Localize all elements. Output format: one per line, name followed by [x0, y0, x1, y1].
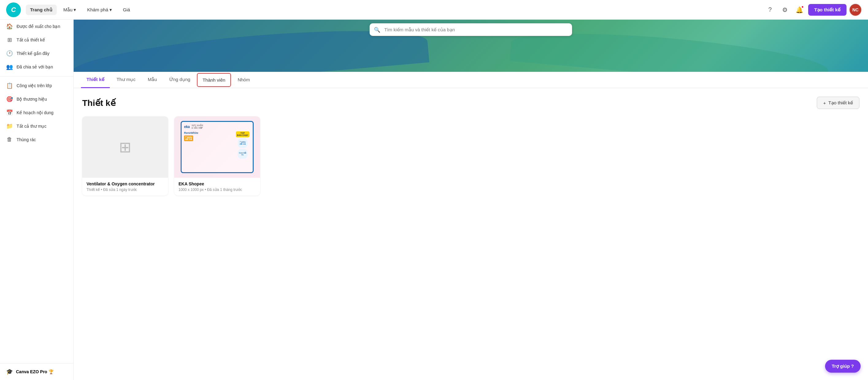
eka-badge: 7 ngàyđổi trả: [184, 135, 193, 141]
graduation-icon: 🎓: [6, 368, 13, 375]
tab-mau[interactable]: Mẫu: [142, 72, 162, 88]
brand-icon: 🎯: [6, 96, 13, 103]
eka-right: TOPBÁN CHẠY 7 ngàyđổi trả Cam kếtCL: [235, 131, 250, 170]
tab-thu-muc[interactable]: Thư mục: [111, 72, 141, 88]
tab-nhom[interactable]: Nhóm: [232, 72, 255, 88]
tab-ung-dung[interactable]: Ứng dụng: [164, 72, 196, 88]
grid-icon: ⊞: [6, 36, 13, 43]
plus-icon: +: [823, 100, 826, 106]
eka-top-badge: TOPBÁN CHẠY: [236, 131, 250, 137]
design-card-2[interactable]: eka SỨC KHỎE& SẮC ĐẸP ReneWhite 7 ngàyđổ…: [174, 116, 260, 196]
eka-left: ReneWhite 7 ngàyđổi trả: [184, 131, 233, 170]
create-design-secondary-button[interactable]: + Tạo thiết kế: [817, 97, 860, 109]
eka-badge-row: 7 ngàyđổi trả: [184, 135, 233, 141]
card-info-2: EKA Shopee 1000 x 1000 px • Đã sửa 1 thá…: [174, 178, 260, 196]
tab-thanh-vien[interactable]: Thành viên: [197, 73, 231, 87]
home-icon: 🏠: [6, 23, 13, 30]
notification-dot: [801, 5, 804, 8]
card-thumb-1: ⊞: [82, 116, 168, 178]
eka-logo-text: eka: [184, 125, 190, 129]
sidebar-item-all-folders[interactable]: 📁 Tất cả thư mục: [0, 119, 73, 133]
help-icon-button[interactable]: ?: [764, 4, 776, 16]
sidebar-item-content-plan[interactable]: 📅 Kế hoạch nội dung: [0, 106, 73, 119]
card-title-2: EKA Shopee: [179, 181, 256, 186]
design-card-1[interactable]: ⊞ Ventilator & Oxygen concentrator Thiết…: [82, 116, 168, 196]
avatar[interactable]: NC: [849, 3, 862, 16]
chevron-down-icon: ▾: [110, 7, 112, 12]
eka-thumbnail: eka SỨC KHỎE& SẮC ĐẸP ReneWhite 7 ngàyđổ…: [174, 116, 260, 178]
trash-icon: 🗑: [6, 136, 13, 143]
grid-placeholder-icon: ⊞: [119, 139, 131, 156]
clipboard-icon: 📋: [6, 82, 13, 89]
sidebar-item-brand[interactable]: 🎯 Bộ thương hiệu: [0, 92, 73, 106]
hero-banner: 🔍: [73, 20, 868, 72]
cards-grid: ⊞ Ventilator & Oxygen concentrator Thiết…: [82, 116, 860, 196]
sidebar-item-all-designs[interactable]: ⊞ Tất cả thiết kế: [0, 33, 73, 47]
content-body: Thiết kế + Tạo thiết kế ⊞ Ventilator & O…: [73, 88, 868, 196]
avatar-text: NC: [852, 7, 859, 12]
canva-logo[interactable]: C: [6, 2, 21, 17]
card-meta-2: 1000 x 1000 px • Đã sửa 1 tháng trước: [179, 187, 256, 192]
eka-product-name: ReneWhite: [184, 131, 233, 135]
tabs-row: Thiết kế Thư mục Mẫu Ứng dụng Thành viên…: [73, 72, 868, 88]
card-title-1: Ventilator & Oxygen concentrator: [87, 181, 164, 186]
nav-home[interactable]: Trang chủ: [26, 5, 57, 15]
nav-gia[interactable]: Giá: [119, 5, 134, 15]
eka-inner-card: eka SỨC KHỎE& SẮC ĐẸP ReneWhite 7 ngàyđổ…: [181, 121, 254, 173]
sidebar-item-shared[interactable]: 👥 Đã chia sẻ với bạn: [0, 60, 73, 74]
section-title: Thiết kế: [82, 98, 116, 108]
eka-feature-badge: 7 ngàyđổi trả: [238, 138, 248, 148]
clock-icon: 🕐: [6, 50, 13, 57]
gear-icon: ⚙: [782, 6, 788, 13]
eka-subtitle: SỨC KHỎE& SẮC ĐẸP: [192, 124, 203, 129]
eka-guarantee-badge: Cam kếtCL: [238, 149, 248, 159]
card-info-1: Ventilator & Oxygen concentrator Thiết k…: [82, 178, 168, 196]
sidebar-footer-pro[interactable]: 🎓 Canva EZO Pro 🏆: [0, 363, 73, 380]
question-mark-icon: ?: [768, 6, 772, 13]
create-btn-label: Tạo thiết kế: [829, 100, 853, 106]
sidebar-item-classwork[interactable]: 📋 Công việc trên lớp: [0, 79, 73, 92]
card-meta-1: Thiết kế • Đã sửa 1 ngày trước: [87, 187, 164, 192]
nav-mau[interactable]: Mẫu ▾: [59, 5, 81, 15]
notifications-button[interactable]: 🔔: [794, 4, 806, 16]
logo-text: C: [11, 6, 16, 14]
settings-button[interactable]: ⚙: [779, 4, 791, 16]
sidebar-item-trash[interactable]: 🗑 Thùng rác: [0, 133, 73, 146]
top-navigation: C Trang chủ Mẫu ▾ Khám phá ▾ Giá ? ⚙ 🔔 T…: [0, 0, 868, 20]
section-header: Thiết kế + Tạo thiết kế: [82, 97, 860, 109]
sidebar: 🏠 Được đề xuất cho bạn ⊞ Tất cả thiết kế…: [0, 20, 73, 380]
search-icon: 🔍: [374, 26, 380, 33]
search-input[interactable]: [370, 23, 572, 36]
sidebar-divider: [0, 76, 73, 77]
sidebar-item-recent[interactable]: 🕐 Thiết kế gần đây: [0, 47, 73, 60]
create-design-button[interactable]: Tạo thiết kế: [808, 4, 846, 16]
nav-khampha[interactable]: Khám phá ▾: [83, 5, 116, 15]
sidebar-item-recommended[interactable]: 🏠 Được đề xuất cho bạn: [0, 20, 73, 33]
card-thumb-2: eka SỨC KHỎE& SẮC ĐẸP ReneWhite 7 ngàyđổ…: [174, 116, 260, 178]
chevron-down-icon: ▾: [73, 7, 76, 12]
calendar-icon: 📅: [6, 109, 13, 116]
eka-header: eka SỨC KHỎE& SẮC ĐẸP: [184, 124, 250, 129]
help-button[interactable]: Trợ giúp ?: [825, 360, 861, 373]
search-bar-wrapper: 🔍: [370, 23, 572, 36]
content-area: 🔍 Thiết kế Thư mục Mẫu Ứng dụng Thành vi…: [73, 20, 868, 380]
eka-body: ReneWhite 7 ngàyđổi trả TOPBÁN CHẠY 7 ng…: [184, 131, 250, 170]
tab-thiet-ke[interactable]: Thiết kế: [81, 72, 110, 88]
shared-icon: 👥: [6, 63, 13, 70]
main-area: 🏠 Được đề xuất cho bạn ⊞ Tất cả thiết kế…: [0, 20, 868, 380]
folder-icon: 📁: [6, 123, 13, 129]
